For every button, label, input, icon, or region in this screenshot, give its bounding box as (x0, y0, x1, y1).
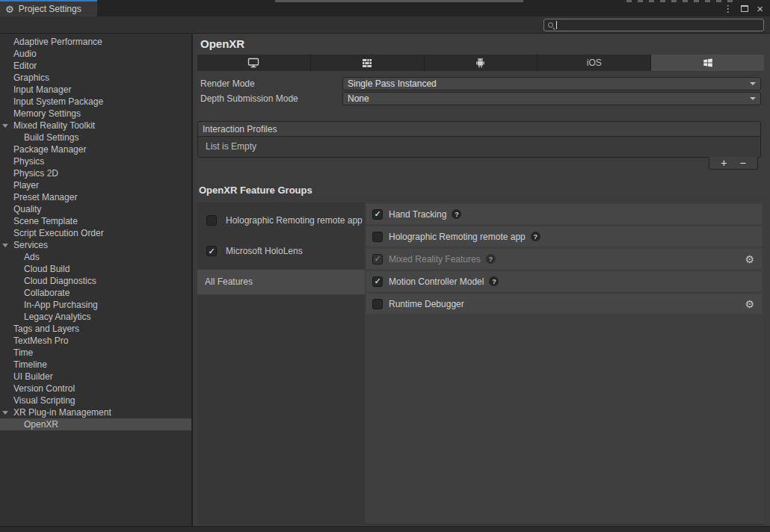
sidebar-item-script-execution-order[interactable]: Script Execution Order (0, 227, 191, 239)
sidebar-item-xr-plug-in-management[interactable]: XR Plug-in Management (0, 406, 191, 418)
help-icon[interactable]: ? (489, 276, 499, 286)
sidebar-item-textmesh-pro[interactable]: TextMesh Pro (0, 335, 191, 347)
feature-settings-gear-icon[interactable]: ⚙ (745, 254, 754, 265)
title-bar: ⚙ Project Settings ⋮ × (0, 0, 770, 16)
sidebar-item-physics-2d[interactable]: Physics 2D (0, 167, 191, 179)
group-rows: Holographic Remoting remote app✓Microsof… (197, 212, 365, 259)
openxr-settings-panel: OpenXR iOS Render ModeSingle Pass Instan… (193, 34, 770, 526)
sidebar-item-label: Tags and Layers (13, 324, 79, 334)
add-profile-button[interactable]: + (721, 158, 727, 168)
feature-row-mixed-reality-features: ✓Mixed Reality Features?⚙ (366, 249, 762, 269)
render-settings: Render ModeSingle Pass InstancedDepth Su… (193, 77, 770, 107)
sidebar-item-label: Build Settings (24, 132, 78, 143)
checkbox[interactable]: ✓ (372, 276, 383, 287)
sidebar-item-input-manager[interactable]: Input Manager (0, 84, 191, 96)
sidebar-item-label: Mixed Reality Toolkit (13, 120, 95, 131)
sidebar-item-build-settings[interactable]: Build Settings (0, 132, 191, 143)
kebab-menu-icon[interactable]: ⋮ (723, 4, 733, 13)
search-field[interactable] (543, 19, 764, 31)
platform-tab-windows[interactable] (651, 55, 764, 71)
platform-tab-standalone[interactable] (197, 55, 311, 71)
sidebar-item-ads[interactable]: Ads (0, 251, 191, 263)
search-caret (556, 21, 557, 29)
sidebar-item-package-manager[interactable]: Package Manager (0, 143, 191, 155)
sidebar-item-scene-template[interactable]: Scene Template (0, 215, 191, 227)
search-input[interactable] (558, 20, 760, 31)
interaction-profiles-box: Interaction Profiles List is Empty (197, 121, 761, 158)
maximize-icon[interactable] (741, 5, 748, 12)
foldout-arrow-icon[interactable] (2, 411, 8, 415)
feature-label: Hand Tracking (389, 209, 446, 220)
help-icon[interactable]: ? (531, 232, 540, 241)
sidebar-item-in-app-purchasing[interactable]: In-App Purchasing (0, 299, 191, 311)
sidebar-item-ui-builder[interactable]: UI Builder (0, 371, 191, 383)
checkbox[interactable] (372, 232, 383, 242)
all-features-item[interactable]: All Features (197, 270, 365, 294)
sidebar-item-timeline[interactable]: Timeline (0, 359, 191, 371)
sidebar-item-preset-manager[interactable]: Preset Manager (0, 191, 191, 203)
group-item-microsoft-hololens: ✓Microsoft HoloLens (197, 243, 365, 259)
help-icon[interactable]: ? (486, 254, 496, 264)
sidebar-item-audio[interactable]: Audio (0, 48, 191, 60)
sidebar-item-label: Services (13, 240, 48, 250)
render-mode-dropdown[interactable]: Single Pass Instanced (342, 77, 761, 90)
sidebar-item-label: Timeline (13, 359, 47, 370)
sidebar-item-visual-scripting[interactable]: Visual Scripting (0, 395, 191, 406)
sidebar-item-editor[interactable]: Editor (0, 60, 191, 72)
sidebar-item-input-system-package[interactable]: Input System Package (0, 96, 191, 108)
platform-tab-dedicated-server[interactable] (311, 55, 425, 71)
feature-groups-title: OpenXR Feature Groups (199, 185, 770, 196)
sidebar-item-label: Package Manager (13, 144, 86, 155)
sidebar-item-collaborate[interactable]: Collaborate (0, 287, 191, 299)
sidebar-item-time[interactable]: Time (0, 347, 191, 359)
sidebar-item-tags-and-layers[interactable]: Tags and Layers (0, 323, 191, 335)
sidebar-item-cloud-diagnostics[interactable]: Cloud Diagnostics (0, 275, 191, 287)
group-item-holographic-remoting-remote-app: Holographic Remoting remote app (197, 212, 365, 229)
window-bottom-edge (0, 526, 770, 532)
platform-tab-ios[interactable]: iOS (538, 55, 651, 71)
search-icon (548, 22, 553, 28)
checkbox[interactable] (206, 215, 217, 226)
features-pane: ✓Hand Tracking?Holographic Remoting remo… (365, 202, 764, 525)
checkbox[interactable]: ✓ (206, 246, 217, 256)
sidebar-item-player[interactable]: Player (0, 179, 191, 191)
sidebar-item-services[interactable]: Services (0, 239, 191, 251)
windows-icon (703, 58, 713, 68)
feature-group-list: Holographic Remoting remote app✓Microsof… (197, 202, 365, 525)
sidebar-item-label: Physics 2D (13, 168, 58, 179)
platform-tabs: iOS (197, 55, 764, 71)
checkbox[interactable]: ✓ (372, 254, 383, 265)
sidebar-item-cloud-build[interactable]: Cloud Build (0, 263, 191, 275)
checkbox[interactable] (372, 299, 383, 309)
sidebar-item-mixed-reality-toolkit[interactable]: Mixed Reality Toolkit (0, 120, 191, 132)
background-window-edge (275, 0, 523, 2)
depth-submission-mode-dropdown[interactable]: None (342, 92, 761, 105)
sidebar-item-legacy-analytics[interactable]: Legacy Analytics (0, 311, 191, 323)
remove-profile-button[interactable]: − (740, 158, 746, 168)
sidebar-item-label: In-App Purchasing (24, 300, 98, 310)
sidebar-item-label: Script Execution Order (13, 228, 104, 238)
project-settings-tab[interactable]: ⚙ Project Settings (0, 0, 97, 16)
sidebar-item-memory-settings[interactable]: Memory Settings (0, 108, 191, 120)
android-icon (475, 58, 485, 68)
sidebar-item-physics[interactable]: Physics (0, 155, 191, 167)
window-controls: ⋮ × (723, 0, 770, 16)
sidebar-item-label: TextMesh Pro (13, 335, 68, 346)
foldout-arrow-icon[interactable] (2, 244, 8, 247)
sidebar-item-openxr[interactable]: OpenXR (0, 418, 191, 430)
setting-row-render-mode: Render ModeSingle Pass Instanced (193, 77, 770, 90)
sidebar-item-label: Input System Package (13, 96, 103, 107)
settings-category-sidebar: Adaptive PerformanceAudioEditorGraphicsI… (0, 34, 193, 526)
close-icon[interactable]: × (757, 3, 763, 14)
sidebar-item-quality[interactable]: Quality (0, 203, 191, 215)
sidebar-item-label: Physics (13, 156, 44, 167)
checkbox[interactable]: ✓ (372, 209, 383, 220)
feature-label: Runtime Debugger (389, 299, 464, 309)
sidebar-item-adaptive-performance[interactable]: Adaptive Performance (0, 36, 191, 48)
help-icon[interactable]: ? (452, 209, 461, 219)
foldout-arrow-icon[interactable] (2, 124, 8, 128)
sidebar-item-graphics[interactable]: Graphics (0, 72, 191, 84)
platform-tab-android[interactable] (425, 55, 538, 71)
feature-settings-gear-icon[interactable]: ⚙ (745, 299, 754, 309)
sidebar-item-version-control[interactable]: Version Control (0, 383, 191, 395)
